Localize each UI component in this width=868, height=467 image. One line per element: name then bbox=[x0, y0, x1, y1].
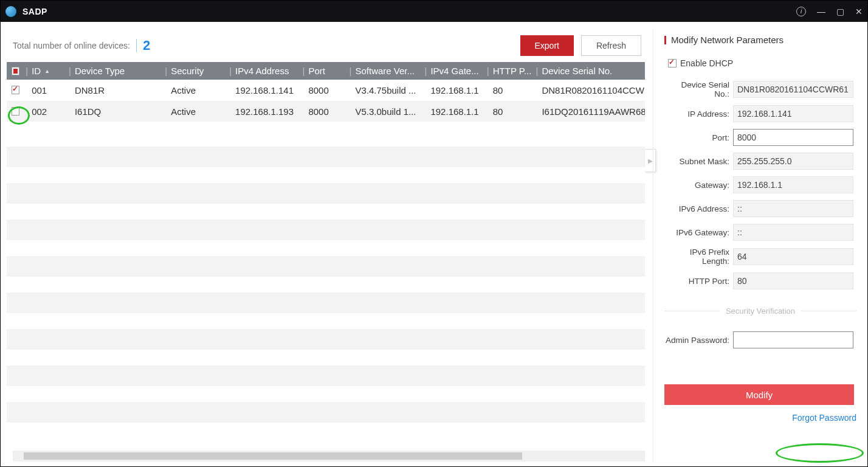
label-subnet: Subnet Mask: bbox=[664, 157, 733, 166]
device-list-panel: Total number of online devices: 2 Export… bbox=[7, 29, 645, 462]
cell-security: Active bbox=[170, 80, 227, 100]
horizontal-scrollbar[interactable] bbox=[13, 451, 645, 462]
label-ipv6addr: IPv6 Address: bbox=[664, 204, 733, 213]
cell-ip: 192.168.1.193 bbox=[234, 101, 300, 122]
cell-id: 001 bbox=[30, 80, 66, 100]
refresh-button[interactable]: Refresh bbox=[581, 35, 641, 56]
cell-ip: 192.168.1.141 bbox=[234, 80, 300, 100]
row-checkbox[interactable] bbox=[12, 86, 19, 94]
cell-type: I61DQ bbox=[74, 101, 162, 122]
sort-asc-icon: ▲ bbox=[44, 68, 50, 74]
cell-http: 80 bbox=[492, 101, 534, 122]
label-admin-password: Admin Password: bbox=[664, 336, 733, 345]
table-header: | ID▲ | Device Type | Security | IPv4 Ad… bbox=[7, 62, 645, 80]
info-icon[interactable]: i bbox=[796, 7, 806, 16]
titlebar: SADP i — ▢ ✕ bbox=[1, 1, 867, 22]
label-gateway: Gateway: bbox=[664, 181, 733, 190]
col-serial[interactable]: Device Serial No. bbox=[540, 62, 645, 80]
security-verification-divider: Security Verification bbox=[664, 306, 856, 316]
select-all-checkbox[interactable] bbox=[12, 67, 19, 75]
input-ipv6prefix[interactable] bbox=[733, 248, 853, 265]
total-devices-count: 2 bbox=[143, 38, 150, 54]
label-ipv6gw: IPv6 Gateway: bbox=[664, 228, 733, 237]
minimize-icon[interactable]: — bbox=[817, 7, 825, 16]
cell-port: 8000 bbox=[307, 80, 346, 100]
label-port: Port: bbox=[664, 133, 733, 142]
col-security[interactable]: Security bbox=[170, 62, 227, 80]
col-port[interactable]: Port bbox=[307, 62, 346, 80]
panel-title: Modify Network Parameters bbox=[664, 35, 856, 45]
cell-serial: DN81R0820161104CCWR61 bbox=[540, 80, 645, 100]
enable-dhcp-checkbox[interactable] bbox=[668, 59, 677, 67]
modify-button[interactable]: Modify bbox=[664, 384, 854, 405]
col-software-version[interactable]: Software Ver... bbox=[354, 62, 422, 80]
cell-port: 8000 bbox=[307, 101, 346, 122]
app-title: SADP bbox=[22, 7, 47, 16]
input-serial[interactable] bbox=[733, 81, 853, 98]
window-controls: i — ▢ ✕ bbox=[796, 7, 863, 16]
label-ipv6prefix: IPv6 Prefix Length: bbox=[664, 247, 733, 266]
table-row[interactable]: | 002| I61DQ| Active| 192.168.1.193| 800… bbox=[7, 101, 645, 122]
col-ipv4-address[interactable]: IPv4 Address bbox=[234, 62, 300, 80]
cell-gateway: 192.168.1.1 bbox=[429, 80, 484, 100]
label-ip: IP Address: bbox=[664, 109, 733, 119]
input-ipv6gw[interactable] bbox=[733, 224, 853, 241]
col-ipv4-gateway[interactable]: IPv4 Gate... bbox=[429, 62, 484, 80]
input-httpport[interactable] bbox=[733, 272, 853, 289]
col-http-port[interactable]: HTTP P... bbox=[492, 62, 534, 80]
app-logo-icon bbox=[5, 6, 16, 17]
list-topbar: Total number of online devices: 2 Export… bbox=[7, 29, 645, 62]
divider bbox=[136, 39, 137, 52]
label-serial: Device Serial No.: bbox=[664, 80, 733, 99]
enable-dhcp-row[interactable]: Enable DHCP bbox=[668, 58, 856, 68]
cell-software: V5.3.0build 1... bbox=[354, 101, 422, 122]
maximize-icon[interactable]: ▢ bbox=[836, 7, 844, 16]
cell-type: DN81R bbox=[74, 80, 162, 100]
input-ipv6addr[interactable] bbox=[733, 200, 853, 217]
total-devices-label: Total number of online devices: bbox=[13, 41, 130, 50]
input-port[interactable] bbox=[733, 129, 853, 146]
cell-security: Active bbox=[170, 101, 227, 122]
cell-gateway: 192.168.1.1 bbox=[429, 101, 484, 122]
col-id[interactable]: ID▲ bbox=[30, 62, 66, 80]
cell-software: V3.4.75build ... bbox=[354, 80, 422, 100]
cell-id: 002 bbox=[30, 101, 66, 122]
enable-dhcp-label: Enable DHCP bbox=[680, 58, 733, 68]
cell-serial: I61DQ20161119AAWR68 bbox=[540, 101, 645, 122]
input-subnet[interactable] bbox=[733, 153, 853, 170]
modify-network-panel: Modify Network Parameters Enable DHCP De… bbox=[653, 29, 863, 462]
input-admin-password[interactable] bbox=[733, 331, 853, 348]
forgot-password-link[interactable]: Forgot Password bbox=[792, 413, 856, 423]
empty-rows bbox=[7, 147, 645, 423]
table-row[interactable]: | 001| DN81R| Active| 192.168.1.141| 800… bbox=[7, 80, 645, 101]
cell-http: 80 bbox=[492, 80, 534, 100]
export-button[interactable]: Export bbox=[520, 35, 574, 56]
label-httpport: HTTP Port: bbox=[664, 277, 733, 286]
row-checkbox[interactable] bbox=[12, 107, 19, 116]
close-icon[interactable]: ✕ bbox=[855, 7, 863, 16]
input-gateway[interactable] bbox=[733, 176, 853, 193]
input-ip[interactable] bbox=[733, 105, 853, 122]
col-device-type[interactable]: Device Type bbox=[74, 62, 162, 80]
